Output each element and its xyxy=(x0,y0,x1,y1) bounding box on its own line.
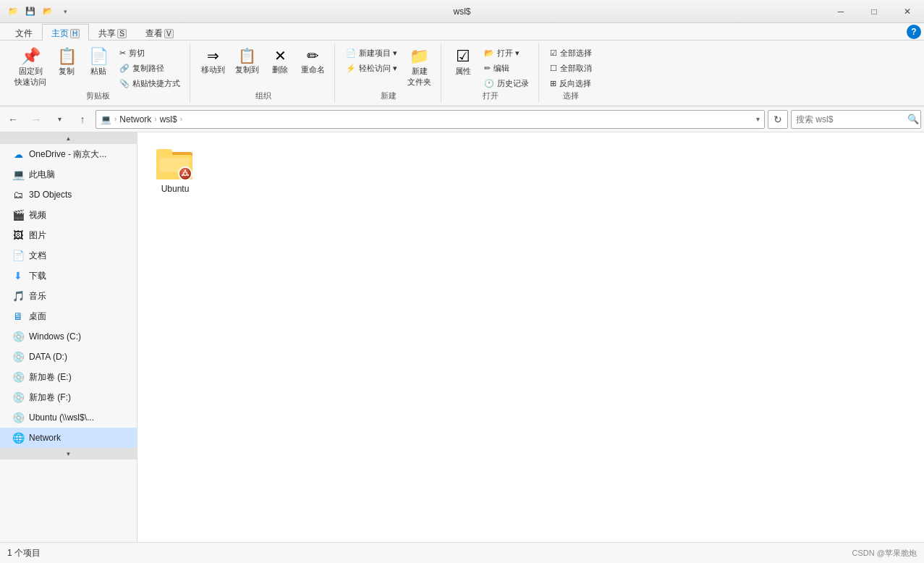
minimize-button[interactable]: ─ xyxy=(824,0,857,23)
copy-to-button[interactable]: 📋 复制到 xyxy=(232,46,263,77)
tab-file-label: 文件 xyxy=(15,28,33,38)
new-group-label: 新建 xyxy=(381,90,397,103)
share-key-badge: S xyxy=(117,29,127,38)
maximize-button[interactable]: □ xyxy=(857,0,891,23)
sidebar-item-onedrive[interactable]: ☁ OneDrive - 南京大... xyxy=(0,144,137,164)
sidebar-item-newf[interactable]: 💿 新加卷 (F:) xyxy=(0,387,137,407)
sidebar-videos-label: 视频 xyxy=(29,209,46,221)
crumb-sep-1: › xyxy=(114,115,116,123)
copy-button[interactable]: 📋 复制 xyxy=(52,46,81,79)
sidebar-item-network[interactable]: 🌐 Network xyxy=(0,428,137,448)
forward-button[interactable]: → xyxy=(26,109,46,130)
help-button[interactable]: ? xyxy=(907,25,921,39)
delete-label: 删除 xyxy=(272,64,288,75)
sidebar-item-desktop[interactable]: 🖥 桌面 xyxy=(0,306,137,326)
rename-button[interactable]: ✏ 重命名 xyxy=(297,46,329,77)
cut-icon: ✂ xyxy=(119,48,126,58)
sidebar-music-label: 音乐 xyxy=(29,290,46,302)
new-item-button[interactable]: 📄 新建项目 ▾ xyxy=(342,46,401,60)
back-button[interactable]: ← xyxy=(3,109,23,130)
organize-group-label: 组织 xyxy=(255,90,271,103)
easy-access-button[interactable]: ⚡ 轻松访问 ▾ xyxy=(342,62,401,75)
sidebar-item-3dobjects[interactable]: 🗂 3D Objects xyxy=(0,185,137,205)
ribbon-group-new: 📄 新建项目 ▾ ⚡ 轻松访问 ▾ 📁 新建文件夹 新建 xyxy=(336,43,441,103)
tab-file[interactable]: 文件 xyxy=(6,24,42,41)
up-button[interactable]: ↑ xyxy=(72,109,93,130)
select-all-button[interactable]: ☑ 全部选择 xyxy=(546,46,595,60)
history-icon: 🕐 xyxy=(484,79,494,88)
clipboard-group-label: 剪贴板 xyxy=(86,90,110,103)
sidebar-item-newe[interactable]: 💿 新加卷 (E:) xyxy=(0,367,137,387)
breadcrumb-network[interactable]: Network xyxy=(119,114,151,124)
deselect-all-button[interactable]: ☐ 全部取消 xyxy=(546,62,595,75)
search-input[interactable] xyxy=(796,114,904,124)
videos-icon: 🎬 xyxy=(12,208,25,221)
tab-share[interactable]: 共享S xyxy=(89,24,136,41)
ribbon-group-select: ☑ 全部选择 ☐ 全部取消 ⊞ 反向选择 选择 xyxy=(541,43,601,103)
pin-to-quickaccess-button[interactable]: 📌 固定到快速访问 xyxy=(12,46,49,90)
copy-path-button[interactable]: 🔗 复制路径 xyxy=(116,62,184,75)
sidebar-windowsc-label: Windows (C:) xyxy=(29,331,81,342)
address-bar[interactable]: 💻 › Network › wsl$ › ▾ xyxy=(96,110,765,129)
sidebar-item-ubuntu-drive[interactable]: 💿 Ubuntu (\\wsl$\... xyxy=(0,407,137,428)
sidebar-item-pictures[interactable]: 🖼 图片 xyxy=(0,225,137,245)
address-dropdown-button[interactable]: ▾ xyxy=(756,115,760,123)
sidebar-newe-label: 新加卷 (E:) xyxy=(29,371,72,384)
tab-home[interactable]: 主页H xyxy=(42,24,89,41)
sidebar-desktop-label: 桌面 xyxy=(29,310,46,323)
copy-label: 复制 xyxy=(59,66,75,77)
sidebar-pictures-label: 图片 xyxy=(29,229,46,242)
open-label: 打开 ▾ xyxy=(497,48,520,59)
new-buttons: 📄 新建项目 ▾ ⚡ 轻松访问 ▾ 📁 新建文件夹 xyxy=(342,43,435,90)
newf-icon: 💿 xyxy=(12,391,25,404)
copy-path-label: 复制路径 xyxy=(132,63,164,74)
sidebar-scroll-down[interactable]: ▼ xyxy=(0,448,137,460)
new-folder-button[interactable]: 📁 新建文件夹 xyxy=(404,46,435,90)
ribbon-content-area: 📌 固定到快速访问 📋 复制 📄 粘贴 xyxy=(0,41,924,106)
tab-share-label: 共享S xyxy=(98,28,127,38)
newe-icon: 💿 xyxy=(12,371,25,384)
paste-button[interactable]: 📄 粘贴 xyxy=(84,46,113,79)
delete-button[interactable]: ✕ 删除 xyxy=(266,46,294,77)
paste-shortcut-icon: 📎 xyxy=(119,79,130,88)
open-small-buttons: 📂 打开 ▾ ✏ 编辑 🕐 历史记录 xyxy=(480,46,533,90)
windowsc-icon: 💿 xyxy=(12,330,25,343)
svg-point-5 xyxy=(185,169,186,171)
tab-view[interactable]: 查看V xyxy=(136,24,183,41)
list-item[interactable]: Ubuntu xyxy=(146,141,204,198)
invert-icon: ⊞ xyxy=(550,79,556,88)
properties-button[interactable]: ☑ 属性 xyxy=(449,46,478,79)
sidebar-item-windowsc[interactable]: 💿 Windows (C:) xyxy=(0,326,137,347)
edit-icon: ✏ xyxy=(484,64,491,73)
sidebar-item-music[interactable]: 🎵 音乐 xyxy=(0,286,137,306)
svg-point-6 xyxy=(187,174,189,176)
sidebar-item-videos[interactable]: 🎬 视频 xyxy=(0,205,137,225)
copy-icon: 📋 xyxy=(57,48,77,64)
sidebar-item-downloads[interactable]: ⬇ 下载 xyxy=(0,266,137,286)
sidebar-ubuntu-drive-label: Ubuntu (\\wsl$\... xyxy=(29,412,94,423)
sidebar-item-thispc[interactable]: 💻 此电脑 xyxy=(0,164,137,185)
paste-shortcut-button[interactable]: 📎 粘贴快捷方式 xyxy=(116,77,184,90)
ribbon-group-organize: ⇒ 移动到 📋 复制到 ✕ 删除 ✏ 重命名 组织 xyxy=(192,43,335,103)
sidebar-item-documents[interactable]: 📄 文档 xyxy=(0,245,137,266)
recent-locations-button[interactable]: ▾ xyxy=(49,109,69,130)
move-to-button[interactable]: ⇒ 移动到 xyxy=(198,46,229,77)
sidebar-scroll-up[interactable]: ▲ xyxy=(0,132,137,144)
edit-button[interactable]: ✏ 编辑 xyxy=(480,62,533,75)
invert-selection-button[interactable]: ⊞ 反向选择 xyxy=(546,77,595,90)
search-box[interactable]: 🔍 xyxy=(791,110,921,129)
refresh-button[interactable]: ↻ xyxy=(768,110,788,129)
open-buttons: ☑ 属性 📂 打开 ▾ ✏ 编辑 🕐 历史记录 xyxy=(449,43,533,90)
copy-path-icon: 🔗 xyxy=(119,64,130,73)
open-button[interactable]: 📂 打开 ▾ xyxy=(480,46,533,60)
history-button[interactable]: 🕐 历史记录 xyxy=(480,77,533,90)
new-folder-label: 新建文件夹 xyxy=(407,66,431,88)
sidebar-item-datad[interactable]: 💿 DATA (D:) xyxy=(0,347,137,367)
cut-button[interactable]: ✂ 剪切 xyxy=(116,46,184,60)
dropdown-icon[interactable]: ▾ xyxy=(58,4,72,19)
crumb-sep-2: › xyxy=(154,115,156,123)
onedrive-icon: ☁ xyxy=(12,148,25,161)
close-button[interactable]: ✕ xyxy=(891,0,924,23)
breadcrumb-wsl[interactable]: wsl$ xyxy=(160,114,177,124)
select-all-label: 全部选择 xyxy=(560,48,592,59)
